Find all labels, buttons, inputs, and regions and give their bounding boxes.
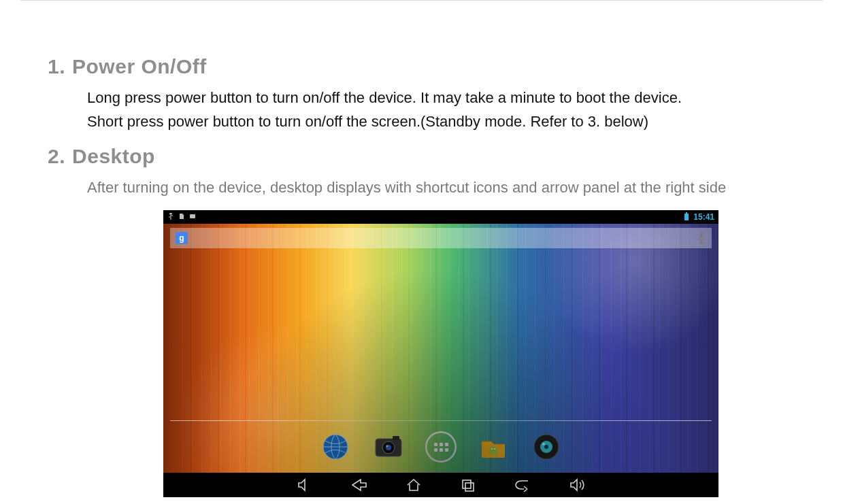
tablet-screenshot: 15:41 g [163,210,718,497]
svg-point-12 [386,446,389,448]
svg-rect-21 [463,480,471,488]
camera-app-icon[interactable] [372,431,405,463]
google-icon[interactable]: g [176,232,188,244]
heading-desktop: 2. Desktop [48,145,795,168]
svg-rect-13 [489,447,497,455]
volume-up-button[interactable] [567,477,587,493]
status-time: 15:41 [693,212,714,222]
debug-icon [189,212,196,222]
svg-rect-3 [700,233,703,238]
para-power-2: Short press power button to turn on/off … [87,112,795,133]
page-top-rule [20,0,823,1]
music-app-icon[interactable] [530,431,563,463]
home-button[interactable] [403,477,424,493]
svg-rect-22 [465,483,474,491]
home-wallpaper[interactable]: g [163,224,718,473]
usb-icon [167,212,174,222]
all-apps-button[interactable] [425,431,457,463]
system-nav-bar [163,473,718,497]
mic-icon[interactable] [697,232,706,244]
para-power-1: Long press power button to turn on/off t… [87,88,795,109]
svg-rect-8 [393,436,399,440]
svg-point-14 [491,448,493,450]
dock-separator [170,420,712,421]
back-button[interactable] [349,477,369,493]
para-desktop-1: After turning on the device, desktop dis… [87,178,795,199]
svg-rect-2 [686,212,687,214]
file-manager-app-icon[interactable] [477,431,510,463]
svg-point-20 [542,443,545,446]
heading-num: 1. [48,55,65,78]
google-search-widget[interactable]: g [170,228,712,248]
back-soft-button[interactable] [512,477,533,493]
svg-rect-1 [684,214,689,220]
heading-title: Desktop [72,145,155,168]
svg-rect-0 [190,214,195,218]
heading-power: 1. Power On/Off [48,55,795,78]
volume-down-button[interactable] [295,477,315,493]
svg-point-19 [544,445,548,449]
heading-title: Power On/Off [72,55,207,78]
browser-app-icon[interactable] [319,431,352,463]
dock [163,426,718,467]
battery-icon [684,212,689,222]
heading-num: 2. [48,145,65,168]
status-bar: 15:41 [163,210,718,224]
sd-icon [178,212,185,222]
svg-point-15 [494,448,495,450]
recent-apps-button[interactable] [458,477,478,493]
